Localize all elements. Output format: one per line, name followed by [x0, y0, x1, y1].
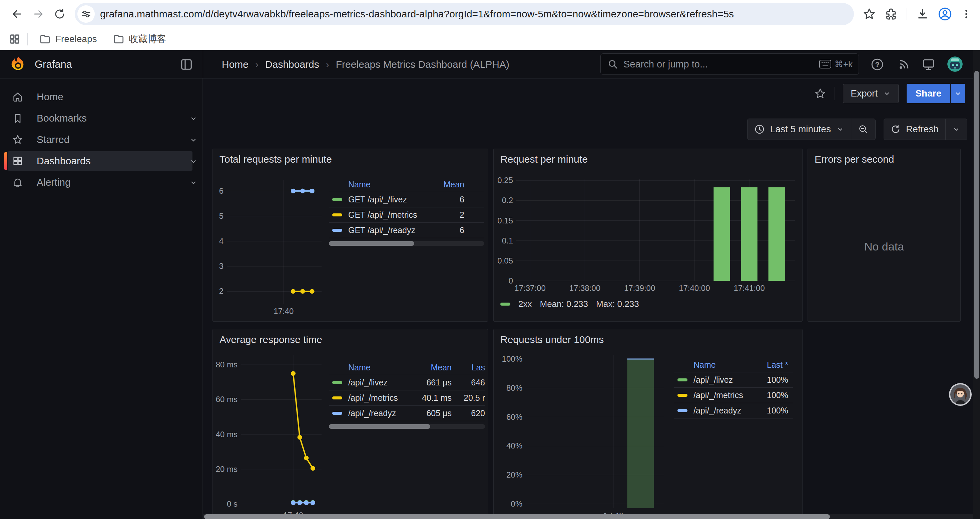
legend-scrollbar-thumb[interactable] — [329, 241, 414, 246]
vertical-scrollbar[interactable] — [973, 50, 980, 519]
panel-request-per-minute: Request per minute 00.050.10.150.20.2517… — [493, 149, 803, 322]
refresh-button[interactable]: Refresh — [884, 119, 945, 140]
time-picker-group: Last 5 minutes — [747, 118, 876, 140]
kiosk-mode-button[interactable] — [921, 57, 936, 72]
request-per-minute-legend[interactable]: 2xxMean: 0.233Max: 0.233 — [500, 297, 639, 311]
url-input[interactable] — [100, 8, 845, 20]
svg-text:20%: 20% — [506, 470, 522, 479]
legend-row[interactable]: GET /api/_/metrics2 — [329, 207, 484, 222]
sidebar-item-alerting[interactable]: Alerting — [8, 172, 192, 192]
bookmark-folder-blogs[interactable]: 收藏博客 — [108, 30, 171, 48]
reload-button[interactable] — [51, 5, 69, 23]
average-response-time-legend: NameMeanLas/api/_/livez661 µs646/api/_/m… — [329, 360, 485, 429]
extensions-icon[interactable] — [885, 7, 898, 21]
svg-text:0%: 0% — [511, 499, 522, 508]
time-range-picker[interactable]: Last 5 minutes — [748, 119, 851, 140]
sidebar-item-label: Alerting — [37, 177, 71, 188]
refresh-label: Refresh — [906, 124, 939, 134]
export-button[interactable]: Export — [843, 84, 899, 103]
panel-title[interactable]: Total requests per minute — [213, 149, 488, 165]
expand-chevron[interactable] — [189, 178, 198, 188]
request-per-minute-chart: 00.050.10.150.20.2517:37:0017:38:0017:39… — [496, 166, 800, 299]
address-bar[interactable] — [75, 3, 854, 25]
legend-row[interactable]: /api/_/livez661 µs646 — [329, 375, 485, 390]
legend-scrollbar[interactable] — [329, 241, 484, 246]
svg-text:40%: 40% — [506, 441, 522, 450]
svg-text:20 ms: 20 ms — [216, 465, 237, 474]
panel-title[interactable]: Average response time — [213, 329, 488, 345]
panel-title[interactable]: Requests under 100ms — [494, 329, 802, 345]
horizontal-scrollbar[interactable] — [203, 514, 973, 519]
chevron-down-icon — [883, 89, 891, 97]
help-icon: ? — [870, 58, 884, 71]
expand-chevron[interactable] — [189, 136, 198, 145]
menu-dots-icon[interactable] — [961, 8, 972, 20]
svg-text:2: 2 — [219, 287, 223, 295]
expand-chevron[interactable] — [189, 114, 198, 124]
legend-row[interactable]: GET /api/_/livez6 — [329, 192, 484, 207]
svg-text:?: ? — [875, 61, 879, 69]
legend-row[interactable]: /api/_/metrics100% — [674, 387, 793, 403]
chevron-down-icon — [836, 125, 844, 133]
grafana-topbar: Grafana Home › Dashboards › Freeleaps Me… — [0, 50, 980, 78]
panel-title[interactable]: Request per minute — [494, 149, 802, 165]
horizontal-scrollbar-thumb[interactable] — [204, 514, 830, 519]
site-settings-button[interactable] — [77, 5, 95, 23]
forward-button[interactable] — [29, 5, 48, 23]
sidebar-item-label: Starred — [37, 134, 69, 145]
refresh-interval-button[interactable] — [946, 119, 967, 140]
favorite-star-icon[interactable] — [814, 87, 827, 100]
apps-grid-icon[interactable] — [9, 33, 21, 45]
svg-text:0.15: 0.15 — [497, 216, 513, 225]
sidebar-item-home[interactable]: Home — [8, 87, 192, 107]
bookmark-folder-freeleaps[interactable]: Freeleaps — [35, 31, 102, 48]
share-menu-button[interactable] — [951, 84, 965, 103]
bookmark-star-icon[interactable] — [862, 7, 876, 21]
breadcrumb-home[interactable]: Home — [222, 59, 248, 70]
dock-panel-icon — [180, 58, 193, 71]
share-button[interactable]: Share — [907, 84, 950, 103]
legend-row[interactable]: /api/_/readyz100% — [674, 403, 793, 418]
svg-text:6: 6 — [219, 186, 223, 195]
search-input[interactable] — [624, 59, 814, 70]
legend-row[interactable]: GET /api/_/readyz6 — [329, 222, 484, 238]
browser-toolbar — [0, 0, 980, 28]
user-avatar[interactable] — [947, 56, 963, 72]
legend-row[interactable]: /api/_/readyz605 µs620 — [329, 406, 485, 421]
sidebar-toggle-button[interactable] — [180, 57, 194, 72]
sidebar-item-bookmarks[interactable]: Bookmarks — [8, 109, 192, 128]
panel-title[interactable]: Errors per second — [808, 149, 960, 165]
legend-scrollbar[interactable] — [329, 424, 485, 429]
sidebar-item-starred[interactable]: Starred — [8, 130, 192, 149]
legend-scrollbar-thumb[interactable] — [329, 424, 430, 429]
svg-text:0.1: 0.1 — [502, 236, 513, 245]
profile-icon[interactable] — [938, 7, 952, 21]
breadcrumb-dashboards[interactable]: Dashboards — [265, 59, 319, 70]
svg-text:40 ms: 40 ms — [216, 430, 237, 439]
actions-divider — [835, 87, 835, 100]
grafana-logo-icon[interactable] — [10, 56, 27, 73]
series-color-swatch — [332, 381, 342, 384]
svg-text:0: 0 — [509, 276, 513, 285]
downloads-icon[interactable] — [916, 7, 929, 21]
help-button[interactable]: ? — [870, 57, 885, 72]
back-button[interactable] — [8, 5, 26, 23]
svg-text:60%: 60% — [506, 412, 522, 422]
svg-text:5: 5 — [219, 211, 223, 220]
sidebar-item-dashboards[interactable]: Dashboards — [8, 151, 192, 171]
refresh-group: Refresh — [884, 118, 967, 140]
chevron-down-icon — [189, 157, 198, 166]
assistant-avatar[interactable] — [949, 383, 972, 406]
legend-row[interactable]: /api/_/metrics40.1 ms20.5 r — [329, 390, 485, 406]
panel-requests-under-100ms: Requests under 100ms 0%20%40%60%80%100%1… — [493, 329, 803, 519]
vertical-scrollbar-thumb[interactable] — [974, 71, 979, 379]
zoom-out-icon — [858, 124, 869, 134]
news-button[interactable] — [897, 57, 911, 72]
folder-icon — [39, 34, 51, 45]
expand-chevron[interactable] — [189, 157, 198, 167]
breadcrumb-separator: › — [326, 59, 329, 70]
legend-row[interactable]: /api/_/livez100% — [674, 372, 793, 387]
total-requests-chart: 2345617:40 — [214, 166, 326, 317]
zoom-out-button[interactable] — [851, 119, 875, 140]
search-bar[interactable]: ⌘+k — [600, 53, 859, 75]
